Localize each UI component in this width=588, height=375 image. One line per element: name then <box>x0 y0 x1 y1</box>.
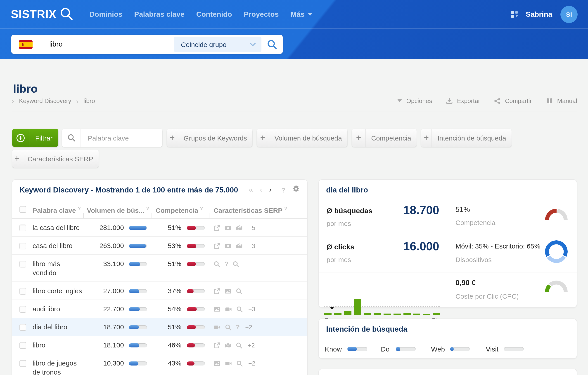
searches-sub: por mes <box>326 220 351 227</box>
table-row: dia del libro18.70051%?+2 <box>12 318 307 336</box>
row-checkbox[interactable] <box>20 324 26 331</box>
caret-down-icon <box>308 12 313 16</box>
plus-icon: + <box>352 129 366 147</box>
nav-item-contenido[interactable]: Contenido <box>196 10 232 18</box>
more-features-count: +2 <box>248 342 255 349</box>
search-icon <box>225 324 231 331</box>
intent-card: Intención de búsqueda KnowDoWebVisit <box>318 319 577 359</box>
intent-bar-do <box>396 347 416 351</box>
action-exportar[interactable]: Exportar <box>446 97 480 104</box>
row-checkbox[interactable] <box>20 224 26 231</box>
row-checkbox[interactable] <box>20 261 26 267</box>
action-compartir[interactable]: Compartir <box>494 97 532 104</box>
column-header-keyword[interactable]: Palabra clave? <box>32 206 81 214</box>
select-all-checkbox[interactable] <box>20 206 26 213</box>
keyword-link[interactable]: la casa del libro <box>32 219 89 232</box>
help-icon[interactable]: ? <box>281 186 285 193</box>
volume-bar <box>129 343 147 347</box>
search-input[interactable]: libro <box>40 40 174 48</box>
country-selector[interactable] <box>11 35 40 54</box>
competition-value: 53% <box>156 242 181 249</box>
caret-down-icon <box>397 99 402 102</box>
page-next-button[interactable]: › <box>269 185 272 194</box>
spain-flag-icon <box>19 40 32 49</box>
keyword-link[interactable]: casa del libro <box>32 237 89 250</box>
devices-label: Dispositivos <box>455 256 492 264</box>
avatar[interactable]: SI <box>560 6 578 23</box>
filter-chip-competencia[interactable]: +Competencia <box>352 129 417 147</box>
filter-button[interactable]: Filtrar <box>12 129 58 147</box>
filter-chip-caracter-sticas-serp[interactable]: +Características SERP <box>12 150 99 168</box>
chart-bar <box>374 313 381 315</box>
video-icon <box>225 306 232 313</box>
keyword-link[interactable]: audi libro <box>32 300 89 314</box>
row-checkbox[interactable] <box>20 360 26 367</box>
next-card-stub <box>318 369 577 375</box>
volume-value: 10.300 <box>83 359 124 367</box>
filter-chip-grupos-de-keywords[interactable]: +Grupos de Keywords <box>167 129 252 147</box>
banknote-icon <box>224 224 231 231</box>
image-icon <box>213 306 221 313</box>
intent-label-know: Know <box>325 345 342 353</box>
searches-label: Ø búsquedas <box>326 207 372 215</box>
competition-bar <box>187 226 205 230</box>
competition-bar <box>187 343 205 347</box>
nav-right: Sabrina SI <box>511 6 578 23</box>
page-prev-button[interactable]: ‹ <box>260 185 262 194</box>
divider <box>12 111 577 112</box>
row-checkbox[interactable] <box>20 342 26 349</box>
volume-value: 18.100 <box>83 341 124 349</box>
user-name[interactable]: Sabrina <box>526 10 552 18</box>
chart-marker <box>330 307 334 309</box>
gear-icon[interactable] <box>292 185 300 195</box>
brand-text: SISTRIX <box>11 8 57 21</box>
nav-item-dominios[interactable]: Dominios <box>90 10 123 18</box>
breadcrumb-item-discovery[interactable]: Keyword Discovery <box>19 97 71 104</box>
serp-feature-icons: ?+2 <box>213 324 252 331</box>
nav-item-palabras-clave[interactable]: Palabras clave <box>134 10 184 18</box>
plus-icon: + <box>12 150 22 168</box>
competition-bar <box>187 244 205 248</box>
search-submit-button[interactable] <box>262 39 283 50</box>
image-icon <box>213 360 221 367</box>
chart-bar <box>403 313 410 315</box>
competition-value: 51% <box>156 260 181 267</box>
sistrix-logo[interactable]: SISTRIX <box>11 7 74 22</box>
column-header-serp[interactable]: Características SERP? <box>213 206 287 214</box>
page-actions: OpcionesExportarCompartirManual <box>397 97 577 104</box>
detail-body: Ø búsquedas 18.700 por mes 51% Competenc… <box>319 200 577 308</box>
keyword-link[interactable]: libro corte ingles <box>32 282 89 295</box>
keyword-link[interactable]: libro <box>32 336 89 350</box>
banknote-icon <box>224 242 231 249</box>
competition-bar <box>187 262 205 266</box>
competition-label: Competencia <box>455 219 495 226</box>
column-header-volume[interactable]: Volumen de bús...? <box>87 206 149 214</box>
action-opciones[interactable]: Opciones <box>397 97 432 104</box>
more-features-count: +5 <box>248 224 255 231</box>
keyword-link[interactable]: libro másvendido <box>32 255 89 278</box>
breadcrumb-item-keyword[interactable]: libro <box>84 97 95 104</box>
nav-item-m-s[interactable]: Más <box>291 10 313 18</box>
row-checkbox[interactable] <box>20 242 26 249</box>
cpc-label: Coste por Clic (CPC) <box>455 292 519 300</box>
map-pin-icon <box>236 242 243 249</box>
volume-bar <box>129 325 147 329</box>
page-first-button[interactable]: « <box>249 185 253 194</box>
match-mode-select[interactable]: Coincide grupo <box>174 37 262 52</box>
action-manual[interactable]: Manual <box>546 97 577 104</box>
row-checkbox[interactable] <box>20 306 26 313</box>
row-checkbox[interactable] <box>20 288 26 294</box>
keyword-filter-input[interactable]: Palabra clave <box>62 129 162 147</box>
filter-chip-intenci-n-de-b-squeda[interactable]: +Intención de búsqueda <box>421 129 512 147</box>
filter-chip-volumen-de-b-squeda[interactable]: +Volumen de búsqueda <box>257 129 347 147</box>
clicks-sub: por mes <box>326 256 351 264</box>
video-icon <box>225 360 232 367</box>
nav-item-proyectos[interactable]: Proyectos <box>244 10 279 18</box>
table-body: la casa del libro281.00051%+5casa del li… <box>12 219 307 375</box>
column-header-competition[interactable]: Competencia? <box>156 206 203 214</box>
apps-grid-icon[interactable] <box>511 10 519 18</box>
devices-value: Móvil: 35% - Escritorio: 65% <box>455 242 540 250</box>
serp-feature-icons: +2 <box>213 360 255 367</box>
keyword-link[interactable]: dia del libro <box>32 318 89 332</box>
keyword-link[interactable]: libro de juegosde tronos <box>32 354 89 375</box>
